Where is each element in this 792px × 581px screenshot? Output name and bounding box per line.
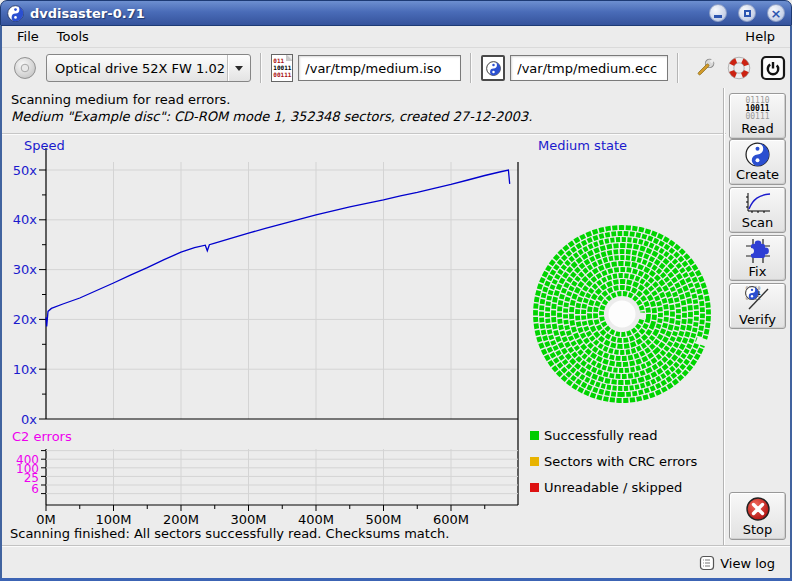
legend-label: Successfully read [544,428,657,443]
scan-icon [744,191,771,215]
iso-file-input[interactable] [298,55,461,81]
minimize-icon [714,15,722,18]
iso-icon-row: 10011 [273,64,291,71]
titlebar: dvdisaster-0.71 × [0,0,792,26]
medium-state-disc [2,88,726,545]
toolbar-separator [260,53,262,83]
toolbar-separator [677,53,679,83]
speed-y-tick-label: 10x [13,362,38,377]
view-log-icon [699,555,715,571]
legend-swatch-yellow [530,457,539,466]
yin-yang-app-icon [7,5,24,22]
verify-icon: 01110 10011 00111 [745,286,771,312]
c2-y-tick-label: 100 [16,462,39,476]
menubar: File Tools Help [2,26,790,47]
fix-button-label: Fix [749,265,767,279]
iso-file-icon: 011 10011 00111 [271,54,293,82]
lifebuoy-icon [727,56,751,80]
medium-info-message: Medium "Example disc": CD-ROM mode 1, 35… [11,109,532,124]
menu-file[interactable]: File [8,27,48,46]
cd-drive-icon [12,55,38,81]
window-title: dvdisaster-0.71 [30,6,145,21]
verify-button[interactable]: 01110 10011 00111 Verify [729,283,786,329]
ecc-file-input[interactable] [510,55,668,81]
help-button[interactable] [724,53,754,83]
power-icon [760,55,786,81]
toolbar-separator [470,53,472,83]
close-icon: × [771,7,782,20]
c2-y-tick-label: 25 [24,471,39,485]
scan-result-message: Scanning finished: All sectors successfu… [10,526,449,541]
x-axis-tick-label: 300M [230,512,266,527]
wrench-icon [693,56,717,80]
stop-button[interactable]: Stop [729,492,786,540]
menu-tools[interactable]: Tools [48,27,98,46]
create-button-label: Create [736,168,779,182]
read-button[interactable]: 01110 10011 00111 Read [729,93,786,139]
speed-y-tick-label: 30x [13,262,38,277]
fix-button[interactable]: Fix [729,235,786,281]
minimize-button[interactable] [709,4,727,22]
medium-state-title: Medium state [538,138,627,153]
x-axis-tick-label: 500M [365,512,401,527]
iso-icon-row: 00111 [273,71,291,78]
speed-y-tick-label: 50x [13,163,38,178]
verify-button-label: Verify [739,313,776,327]
legend-swatch-green [530,431,539,440]
action-panel: 01110 10011 00111 Read Create Scan [723,88,791,545]
speed-y-tick-label: 0x [21,412,37,427]
app-window: dvdisaster-0.71 × File Tools Help Optica… [0,0,792,581]
preferences-button[interactable] [690,53,720,83]
legend-item-success: Successfully read [530,428,657,443]
x-axis-tick-label: 400M [298,512,334,527]
legend-item-crc: Sectors with CRC errors [530,454,697,469]
legend-label: Sectors with CRC errors [544,454,697,469]
toolbar: Optical drive 52X FW 1.02 011 10011 0011… [2,47,790,88]
c2-errors-title: C2 errors [12,429,72,444]
drive-selector[interactable]: Optical drive 52X FW 1.02 [46,54,251,82]
x-axis-tick-label: 0M [36,512,56,527]
x-axis-tick-label: 200M [163,512,199,527]
maximize-button[interactable] [738,4,756,22]
ecc-file-icon [481,55,505,81]
speed-and-c2-charts: 0x10x20x30x40x50x0M100M200M300M400M500M6… [2,88,726,545]
x-axis-tick-label: 600M [433,512,469,527]
quit-button[interactable] [758,53,788,83]
legend-swatch-red [530,483,539,492]
maximize-icon [744,10,751,17]
stop-button-label: Stop [743,523,773,537]
chevron-down-icon [235,66,243,71]
window-border-left [0,26,2,581]
view-log-button[interactable]: View log [694,551,780,575]
c2-y-tick-label: 6 [31,482,39,496]
drive-selector-value: Optical drive 52X FW 1.02 [47,61,227,76]
stop-icon [745,496,771,522]
drive-selector-arrow [227,55,250,81]
main-area: Scanning medium for read errors. Medium … [2,88,726,545]
view-log-label: View log [720,556,775,571]
action-message: Scanning medium for read errors. [11,92,230,107]
read-button-label: Read [741,122,774,136]
x-axis-tick-label: 100M [95,512,131,527]
speed-y-tick-label: 20x [13,312,38,327]
read-icon: 01110 10011 00111 [745,97,769,121]
speed-chart-title: Speed [24,138,65,153]
scan-button[interactable]: Scan [729,187,786,233]
statusbar: View log [2,545,790,579]
fix-icon [745,238,771,264]
menu-help[interactable]: Help [736,27,784,46]
close-button[interactable]: × [767,4,785,22]
create-button[interactable]: Create [729,139,786,185]
c2-y-tick-label: 400 [16,453,39,467]
create-icon [745,142,770,167]
yin-yang-icon [486,61,501,76]
separator-line [2,133,726,135]
legend-label: Unreadable / skipped [544,480,682,495]
scan-button-label: Scan [742,216,774,230]
legend-item-unreadable: Unreadable / skipped [530,480,682,495]
speed-y-tick-label: 40x [13,212,38,227]
